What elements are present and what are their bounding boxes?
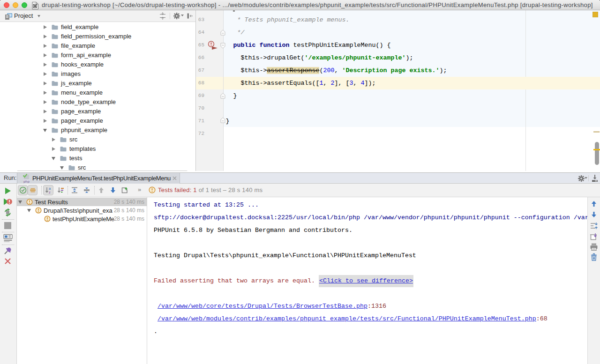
svg-text:php: php <box>23 180 30 183</box>
svg-text:z: z <box>49 190 51 194</box>
